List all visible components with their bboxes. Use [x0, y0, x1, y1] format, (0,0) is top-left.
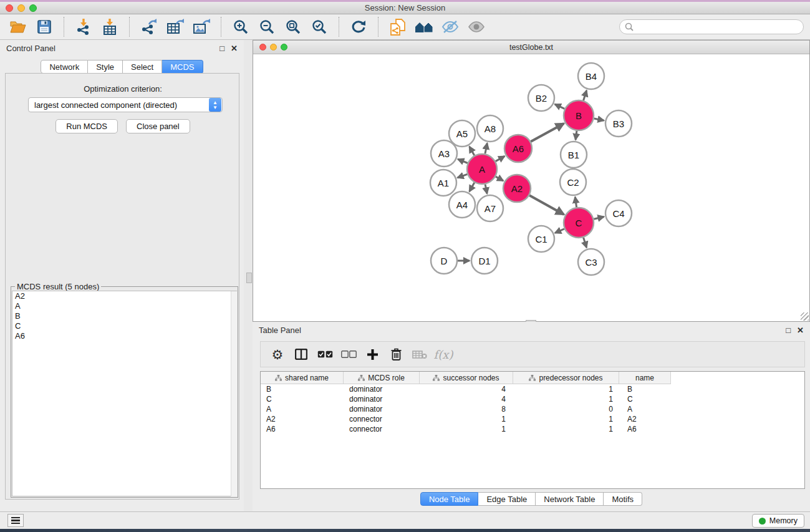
result-item[interactable]: A [12, 301, 236, 311]
graph-node-B2[interactable]: B2 [528, 85, 554, 111]
graph-node-D[interactable]: D [431, 248, 457, 274]
clone-network-icon[interactable] [388, 17, 407, 36]
graph-edge-C-C3[interactable] [584, 238, 587, 248]
first-neighbors-icon[interactable] [415, 17, 433, 36]
show-column-icon[interactable] [292, 346, 311, 363]
column-header-shared-name[interactable]: shared name [261, 372, 344, 384]
window-resize-grip[interactable] [801, 312, 809, 321]
import-table-icon[interactable] [100, 17, 119, 36]
graph-edge-B-B2[interactable] [555, 104, 565, 109]
column-header-predecessor-nodes[interactable]: predecessor nodes [513, 372, 619, 384]
table-settings-gear-icon[interactable]: ⚙ [268, 346, 287, 363]
graph-edge-A-A2[interactable] [496, 177, 503, 181]
unselect-all-checkboxes-icon[interactable] [339, 346, 358, 363]
close-panel-button[interactable]: Close panel [126, 119, 190, 133]
result-item[interactable]: A6 [12, 331, 236, 341]
task-history-button[interactable] [7, 514, 24, 527]
result-item[interactable]: B [12, 311, 236, 321]
graph-edge-A-A4[interactable] [470, 183, 475, 191]
close-panel-icon[interactable]: ✕ [797, 326, 804, 334]
float-panel-icon[interactable]: □ [219, 44, 224, 52]
result-item[interactable]: A2 [12, 291, 236, 301]
tab-motifs[interactable]: Motifs [604, 492, 642, 506]
column-header-successor-nodes[interactable]: successor nodes [420, 372, 513, 384]
table-row[interactable]: A2connector11A2 [261, 414, 804, 424]
export-image-icon[interactable] [192, 17, 211, 36]
graph-node-B3[interactable]: B3 [605, 110, 632, 137]
zoom-out-icon[interactable] [258, 17, 276, 36]
memory-button[interactable]: Memory [752, 514, 804, 528]
graph-edge-A-A6[interactable] [496, 156, 505, 161]
graph-node-D1[interactable]: D1 [471, 248, 498, 274]
graph-node-C1[interactable]: C1 [528, 226, 554, 252]
refresh-view-icon[interactable] [349, 17, 368, 36]
graph-node-B4[interactable]: B4 [578, 63, 604, 89]
graph-edge-C-C4[interactable] [594, 217, 604, 220]
column-header-mcds-role[interactable]: MCDS role [344, 372, 420, 384]
table-row[interactable]: A6connector11A6 [261, 424, 804, 434]
graph-node-B1[interactable]: B1 [561, 142, 587, 168]
open-session-icon[interactable] [9, 17, 27, 36]
tab-style[interactable]: Style [88, 60, 123, 74]
tab-select[interactable]: Select [123, 60, 162, 74]
graph-node-A4[interactable]: A4 [449, 191, 475, 218]
table-row[interactable]: Cdominator41C [261, 394, 804, 404]
splitter-handle-vertical[interactable] [246, 273, 252, 283]
table-row[interactable]: Adominator80A [261, 404, 804, 414]
graph-node-C2[interactable]: C2 [560, 169, 586, 195]
zoom-in-icon[interactable] [231, 17, 250, 36]
graph-node-C4[interactable]: C4 [605, 200, 632, 226]
graph-node-A1[interactable]: A1 [430, 170, 456, 196]
close-panel-icon[interactable]: ✕ [231, 44, 238, 52]
graph-node-A8[interactable]: A8 [477, 115, 503, 142]
zoom-fit-icon[interactable] [284, 17, 302, 36]
graph-node-A2[interactable]: A2 [503, 175, 531, 202]
network-graph[interactable]: AA1A2A3A4A5A6A7A8BB1B2B3B4CC1C2C3C4DD1 [253, 54, 809, 322]
graph-node-A6[interactable]: A6 [504, 135, 532, 162]
save-session-icon[interactable] [35, 17, 54, 36]
graph-node-C3[interactable]: C3 [578, 249, 604, 275]
network-window-titlebar[interactable]: testGlobe.txt [253, 41, 809, 54]
tab-mcds[interactable]: MCDS [162, 60, 203, 74]
graph-edge-A-A1[interactable] [458, 174, 468, 178]
column-header-name[interactable]: name [619, 372, 671, 384]
result-scrollbar-track[interactable] [231, 291, 237, 496]
graph-node-A3[interactable]: A3 [431, 140, 457, 167]
graph-node-B[interactable]: B [564, 100, 594, 130]
graph-node-C[interactable]: C [564, 208, 594, 238]
graph-edge-A2-C[interactable] [529, 195, 564, 215]
tab-network-table[interactable]: Network Table [536, 492, 604, 506]
graph-edge-B-B3[interactable] [594, 118, 604, 120]
show-all-eye-icon[interactable] [467, 17, 486, 36]
float-panel-icon[interactable]: □ [786, 326, 791, 334]
graph-edge-A-A3[interactable] [458, 159, 468, 163]
graph-edge-C-C2[interactable] [575, 197, 576, 207]
tab-network[interactable]: Network [41, 60, 88, 74]
hide-selected-eye-icon[interactable] [441, 17, 460, 36]
graph-edge-B-B4[interactable] [584, 90, 587, 100]
graph-edge-A-A5[interactable] [470, 147, 475, 155]
graph-edge-A-A7[interactable] [485, 185, 487, 194]
mcds-result-list[interactable]: A2ABCA6 [12, 291, 237, 496]
tab-node-table[interactable]: Node Table [420, 492, 479, 506]
network-canvas[interactable]: AA1A2A3A4A5A6A7A8BB1B2B3B4CC1C2C3C4DD1 [253, 54, 809, 321]
result-item[interactable]: C [12, 321, 236, 331]
run-mcds-button[interactable]: Run MCDS [55, 119, 118, 133]
search-input[interactable] [637, 22, 793, 32]
graph-edge-B-B1[interactable] [576, 131, 577, 140]
zoom-selected-icon[interactable] [310, 17, 329, 36]
table-row[interactable]: Bdominator41B [261, 384, 804, 394]
graph-node-A5[interactable]: A5 [449, 120, 475, 147]
delete-column-trash-icon[interactable] [387, 346, 405, 363]
graph-edge-C-C1[interactable] [555, 229, 564, 233]
graph-node-A[interactable]: A [467, 154, 497, 184]
graph-edge-A-A8[interactable] [485, 143, 487, 154]
criterion-select[interactable]: largest connected component (directed) ▲… [28, 97, 223, 112]
export-table-icon[interactable] [166, 17, 185, 36]
select-all-checkboxes-icon[interactable] [316, 346, 334, 363]
export-network-icon[interactable] [140, 17, 158, 36]
import-network-icon[interactable] [74, 17, 93, 36]
add-column-icon[interactable] [363, 346, 382, 363]
tab-edge-table[interactable]: Edge Table [478, 492, 536, 506]
graph-node-A7[interactable]: A7 [477, 195, 503, 221]
